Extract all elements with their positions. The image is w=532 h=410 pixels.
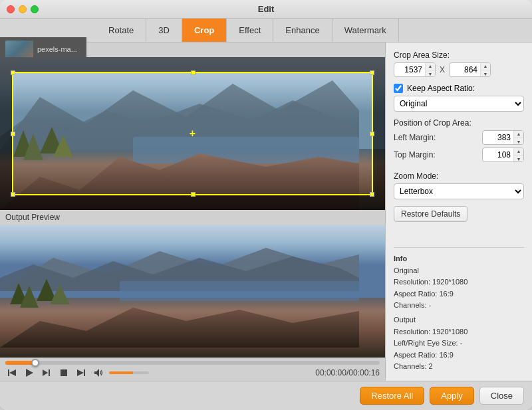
left-margin-increment-button[interactable]: ▲ [514,130,523,138]
info-output-aspect: Aspect Ratio: 16:9 [394,350,524,361]
crop-area-size-label: Crop Area Size: [394,51,524,60]
zoom-mode-section: Zoom Mode: Letterbox Pan & Scan Full [394,171,524,199]
crop-mask-top [0,57,385,72]
svg-rect-25 [84,369,85,376]
window-title: Edit [258,4,275,14]
skip-to-start-button[interactable] [5,367,19,378]
height-spinners: ▲ ▼ [480,62,490,77]
aspect-ratio-select[interactable]: Original 16:9 4:3 1:1 9:16 [394,96,524,112]
info-original-aspect: Aspect Ratio: 16:9 [394,288,524,300]
next-frame-button[interactable] [40,367,53,378]
svg-marker-24 [77,369,84,376]
width-increment-button[interactable]: ▲ [426,62,435,70]
main-content: Original Preview [0,43,532,381]
top-margin-spinners: ▲ ▼ [513,148,523,162]
keep-aspect-ratio-row: Keep Aspect Ratio: [394,84,524,93]
crop-box[interactable]: + [12,72,373,195]
tabbar: pexels-ma... Rotate 3D Crop Effect Enhan… [0,19,532,43]
info-output-title: Output [394,314,524,326]
crop-handle-ml[interactable] [11,132,15,136]
keep-aspect-ratio-label: Keep Aspect Ratio: [407,84,475,93]
svg-rect-12 [120,281,359,301]
height-decrement-button[interactable]: ▼ [481,70,490,77]
crop-handle-br[interactable] [370,192,374,197]
close-traffic-light[interactable] [7,5,15,13]
x-label: X [440,65,445,74]
volume-slider[interactable] [109,371,149,374]
crop-handle-tr[interactable] [370,70,374,75]
left-margin-input[interactable] [483,133,513,142]
skip-to-end-button[interactable] [74,367,88,378]
crop-handle-tl[interactable] [11,70,15,75]
crop-handle-bm[interactable] [191,192,196,197]
left-margin-spinners: ▲ ▼ [513,130,523,145]
keep-aspect-ratio-checkbox[interactable] [394,84,403,93]
tab-crop[interactable]: Crop [182,19,227,42]
close-button[interactable]: Close [479,387,524,405]
info-output-resolution: Resolution: 1920*1080 [394,326,524,338]
restore-all-button[interactable]: Restore All [360,387,424,405]
crop-position-section: Position of Crop Area: Left Margin: ▲ ▼ … [394,118,524,165]
height-increment-button[interactable]: ▲ [481,62,490,70]
crop-handle-bl[interactable] [11,192,15,197]
maximize-traffic-light[interactable] [31,5,39,13]
skip-end-icon [76,368,86,377]
crop-area-size-section: Crop Area Size: ▲ ▼ X ▲ ▼ [394,51,524,77]
info-section: Info Original Resolution: 1920*1080 Aspe… [394,247,524,373]
output-preview-area [0,225,385,358]
restore-defaults-button[interactable]: Restore Defaults [394,206,467,222]
left-margin-label: Left Margin: [394,133,436,142]
top-margin-decrement-button[interactable]: ▼ [514,155,523,162]
restore-defaults-container: Restore Defaults [394,206,524,222]
top-margin-increment-button[interactable]: ▲ [514,148,523,155]
thumbnail-image [5,41,33,58]
height-input[interactable] [450,65,480,74]
play-button[interactable] [23,367,36,378]
controls-row: 00:00:00/00:00:16 [5,367,380,378]
minimize-traffic-light[interactable] [19,5,27,13]
preview-panel: Original Preview [0,43,386,381]
info-output-eye-size: Left/Right Eye Size: - [394,338,524,350]
crop-overlay[interactable]: + [0,57,385,210]
bottom-bar: Restore All Apply Close [0,381,532,410]
apply-button[interactable]: Apply [430,387,474,405]
tab-3d[interactable]: 3D [146,19,182,42]
info-title: Info [394,253,524,265]
skip-start-icon [7,368,17,377]
titlebar: Edit [0,0,532,19]
volume-button[interactable] [92,367,105,378]
height-input-group: ▲ ▼ [449,62,491,77]
play-icon [25,368,34,377]
info-original-title: Original [394,265,524,277]
crop-handle-tm[interactable] [191,70,196,75]
playback-bar: 00:00:00/00:00:16 [0,358,385,381]
left-margin-decrement-button[interactable]: ▼ [514,138,523,145]
volume-icon [94,368,103,377]
tab-enhance[interactable]: Enhance [273,19,332,42]
top-margin-label: Top Margin: [394,150,436,159]
top-margin-input[interactable] [483,150,513,159]
time-display: 00:00:00/00:00:16 [315,368,380,377]
width-input[interactable] [394,65,425,74]
main-window: Edit pexels-ma... Rotate 3D Crop Effect … [0,0,532,410]
stop-button[interactable] [57,367,70,378]
tab-watermark[interactable]: Watermark [332,19,399,42]
stop-icon [59,368,68,377]
crop-handle-mr[interactable] [370,132,374,136]
right-panel: Crop Area Size: ▲ ▼ X ▲ ▼ [386,43,532,381]
tab-rotate[interactable]: Rotate [96,19,146,42]
zoom-mode-select[interactable]: Letterbox Pan & Scan Full [394,183,524,199]
progress-handle[interactable] [31,359,39,367]
crop-mask-bottom [0,195,385,210]
original-preview-section: Original Preview [0,43,385,210]
progress-bar-container[interactable] [5,361,380,365]
top-margin-input-group: ▲ ▼ [482,148,524,162]
aspect-ratio-section: Keep Aspect Ratio: Original 16:9 4:3 1:1… [394,84,524,112]
info-original-channels: Channels: - [394,300,524,312]
svg-rect-22 [49,369,50,376]
tab-effect[interactable]: Effect [227,19,273,42]
width-decrement-button[interactable]: ▼ [426,70,435,77]
svg-rect-18 [8,369,9,376]
progress-bar-fill [5,361,35,365]
left-margin-row: Left Margin: ▲ ▼ [394,130,524,145]
